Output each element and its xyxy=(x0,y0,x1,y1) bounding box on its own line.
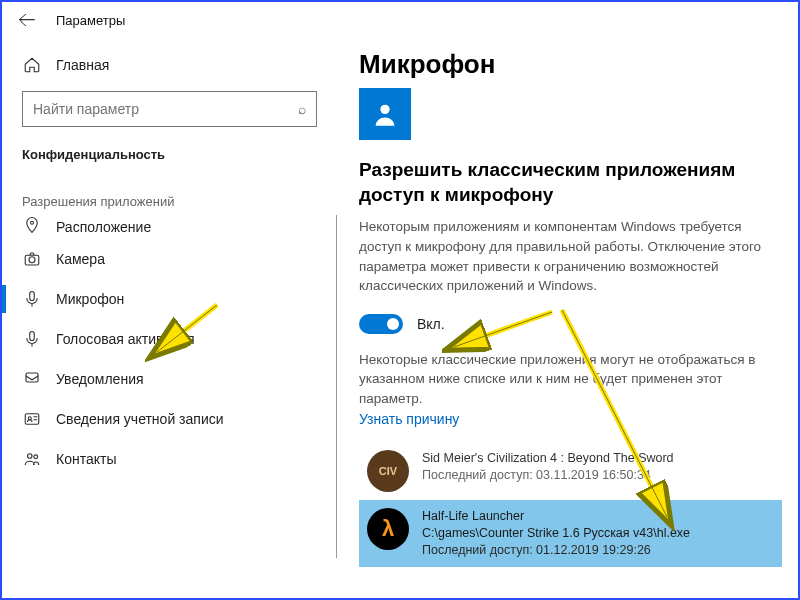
allow-desktop-apps-toggle[interactable] xyxy=(359,314,403,334)
search-field[interactable] xyxy=(33,101,298,117)
voice-icon xyxy=(22,329,42,349)
sidebar-item-contacts[interactable]: Контакты xyxy=(2,439,337,479)
svg-rect-6 xyxy=(25,414,39,425)
svg-point-9 xyxy=(34,455,38,459)
notification-icon xyxy=(22,369,42,389)
location-icon xyxy=(22,215,42,235)
sidebar-item-label: Уведомления xyxy=(56,371,144,387)
svg-rect-4 xyxy=(30,332,35,341)
svg-point-0 xyxy=(31,221,34,224)
learn-why-link[interactable]: Узнать причину xyxy=(359,411,459,427)
sidebar-item-label: Расположение xyxy=(56,219,151,235)
group-app-permissions: Разрешения приложений xyxy=(22,194,317,209)
contacts-icon xyxy=(22,449,42,469)
home-icon xyxy=(22,55,42,75)
sidebar-item-home[interactable]: Главная xyxy=(2,45,337,85)
sidebar-item-account-info[interactable]: Сведения учетной записи xyxy=(2,399,337,439)
sidebar-item-label: Главная xyxy=(56,57,109,73)
svg-point-8 xyxy=(28,454,33,459)
sidebar-item-camera[interactable]: Камера xyxy=(2,239,337,279)
section-description: Некоторым приложениям и компонентам Wind… xyxy=(359,217,782,295)
back-icon[interactable]: 🡠 xyxy=(18,10,36,31)
sidebar-item-notifications[interactable]: Уведомления xyxy=(2,359,337,399)
search-input[interactable]: ⌕ xyxy=(22,91,317,127)
note-text: Некоторые классические приложения могут … xyxy=(359,350,782,409)
account-icon xyxy=(22,409,42,429)
page-title: Микрофон xyxy=(359,49,782,80)
sidebar-item-label: Камера xyxy=(56,251,105,267)
app-last-access: Последний доступ: 03.11.2019 16:50:34 xyxy=(422,467,674,484)
sidebar-item-voice-activation[interactable]: Голосовая активация xyxy=(2,319,337,359)
app-icon-civ: CIV xyxy=(367,450,409,492)
svg-point-10 xyxy=(380,105,389,114)
section-heading: Разрешить классическим приложениям досту… xyxy=(359,158,782,207)
avatar-icon xyxy=(359,88,411,140)
main-panel: Микрофон Разрешить классическим приложен… xyxy=(337,35,798,598)
toggle-label: Вкл. xyxy=(417,316,445,332)
sidebar-item-label: Сведения учетной записи xyxy=(56,411,224,427)
sidebar: Главная ⌕ Конфиденциальность Разрешения … xyxy=(2,35,337,598)
app-name: Half-Life Launcher xyxy=(422,508,690,525)
app-last-access: Последний доступ: 01.12.2019 19:29:26 xyxy=(422,542,690,559)
sidebar-item-label: Микрофон xyxy=(56,291,124,307)
app-icon-halflife xyxy=(367,508,409,550)
sidebar-item-label: Контакты xyxy=(56,451,116,467)
camera-icon xyxy=(22,249,42,269)
search-icon: ⌕ xyxy=(298,101,306,117)
app-path: C:\games\Counter Strike 1.6 Русская v43\… xyxy=(422,525,690,542)
svg-rect-3 xyxy=(30,292,35,301)
profile-card xyxy=(359,88,782,140)
sidebar-item-microphone[interactable]: Микрофон xyxy=(2,279,337,319)
app-name: Sid Meier's Civilization 4 : Beyond The … xyxy=(422,450,674,467)
microphone-icon xyxy=(22,289,42,309)
app-list: CIV Sid Meier's Civilization 4 : Beyond … xyxy=(359,442,782,567)
svg-point-2 xyxy=(29,257,35,263)
app-row-civ4[interactable]: CIV Sid Meier's Civilization 4 : Beyond … xyxy=(359,442,782,500)
window-title: Параметры xyxy=(56,13,125,28)
sidebar-item-location[interactable]: Расположение xyxy=(2,215,337,239)
sidebar-item-label: Голосовая активация xyxy=(56,331,195,347)
section-privacy: Конфиденциальность xyxy=(22,147,317,162)
app-row-halflife[interactable]: Half-Life Launcher C:\games\Counter Stri… xyxy=(359,500,782,567)
sidebar-divider xyxy=(336,215,337,558)
